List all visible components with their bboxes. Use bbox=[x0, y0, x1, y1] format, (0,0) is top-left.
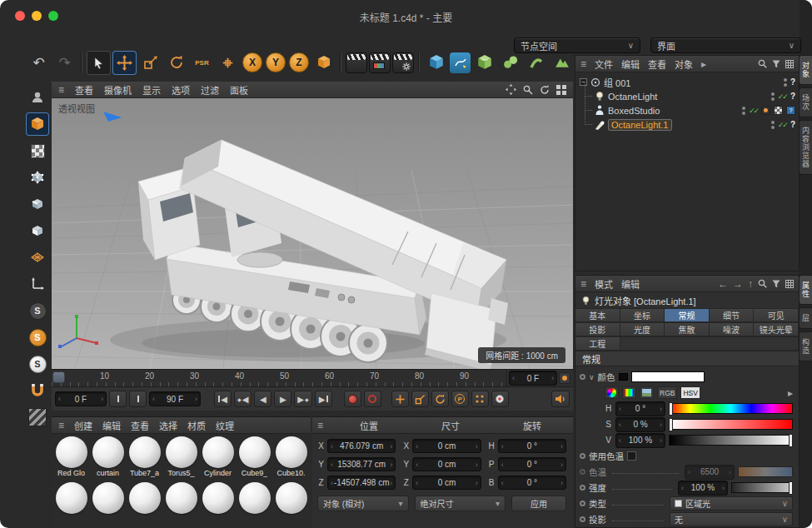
viewport-menu-camera[interactable]: 摄像机 bbox=[104, 83, 132, 97]
animation-dot-icon[interactable] bbox=[580, 501, 585, 506]
perspective-viewport[interactable]: 透视视图 bbox=[52, 98, 573, 369]
field-object-button[interactable] bbox=[550, 51, 574, 75]
slider-handle[interactable] bbox=[789, 434, 793, 447]
psr-tool-button[interactable]: PSR bbox=[190, 51, 214, 75]
start-frame-field[interactable]: ‹ 0 F › bbox=[55, 391, 107, 406]
render-view-button[interactable] bbox=[346, 52, 367, 73]
coordinate-system-button[interactable] bbox=[311, 51, 336, 75]
key-point-level-button[interactable] bbox=[471, 391, 489, 407]
lock-z-button[interactable]: Z bbox=[289, 52, 309, 72]
hsv-mode-button[interactable]: HSV bbox=[680, 386, 700, 399]
animation-dot-icon[interactable] bbox=[580, 453, 585, 459]
rot-h-field[interactable]: ‹0 °› bbox=[498, 439, 566, 453]
autokey-button[interactable] bbox=[559, 372, 570, 384]
visibility-dots[interactable] bbox=[784, 78, 787, 87]
pan-view-icon[interactable] bbox=[506, 84, 516, 95]
render-picture-viewer-button[interactable] bbox=[369, 52, 391, 73]
material-item[interactable] bbox=[200, 482, 236, 523]
model-mode-button[interactable] bbox=[26, 112, 49, 136]
object-row-light[interactable]: OctaneLight ✓✓? bbox=[575, 89, 799, 103]
object-name[interactable]: OctaneLight bbox=[608, 92, 657, 102]
temperature-field[interactable]: ‹6500› bbox=[685, 465, 735, 480]
autokeying-button[interactable] bbox=[364, 391, 381, 407]
section-general[interactable]: 常规 bbox=[575, 351, 799, 366]
point-mode-button[interactable] bbox=[26, 166, 49, 189]
s-field[interactable]: ‹0 %› bbox=[615, 417, 665, 432]
intensity-field[interactable]: ‹100 %› bbox=[678, 481, 728, 496]
material-item[interactable] bbox=[127, 482, 162, 523]
pos-y-field[interactable]: ‹15308.77 cm› bbox=[327, 457, 396, 471]
animation-dot-icon[interactable] bbox=[580, 516, 585, 522]
use-temperature-checkbox[interactable] bbox=[627, 451, 636, 461]
apply-button[interactable]: 应用 bbox=[511, 496, 566, 511]
pos-x-field[interactable]: ‹476.079 cm› bbox=[327, 439, 396, 453]
workplane-mode-button[interactable] bbox=[26, 246, 49, 269]
grid-icon[interactable] bbox=[785, 280, 794, 288]
filter-icon[interactable] bbox=[772, 280, 780, 288]
tab-details[interactable]: 细节 bbox=[710, 308, 755, 322]
make-editable-button[interactable] bbox=[26, 86, 49, 109]
side-tab-attributes[interactable]: 属性 bbox=[799, 275, 812, 305]
render-settings-button[interactable] bbox=[392, 52, 414, 73]
current-frame-marker[interactable] bbox=[52, 371, 65, 383]
spectrum-button[interactable] bbox=[622, 386, 636, 399]
hamburger-icon[interactable]: ≡ bbox=[58, 84, 64, 96]
object-row-group[interactable]: − 组 001 ? bbox=[575, 75, 799, 89]
viewport-menu-panel[interactable]: 面板 bbox=[230, 83, 248, 97]
collapse-caret-icon[interactable]: ∨ bbox=[589, 373, 595, 381]
om-menu-edit[interactable]: 编辑 bbox=[621, 57, 640, 71]
viewport-label[interactable]: 透视视图 bbox=[58, 102, 95, 115]
bend-deformer-button[interactable] bbox=[524, 51, 548, 75]
minimize-button[interactable] bbox=[32, 11, 42, 21]
material-menu-select[interactable]: 选择 bbox=[159, 419, 177, 432]
rgb-mode-button[interactable]: RGB bbox=[657, 386, 677, 399]
tab-visibility[interactable]: 可见 bbox=[754, 308, 799, 322]
search-icon[interactable] bbox=[758, 59, 767, 68]
key-parameter-button[interactable]: P bbox=[451, 391, 469, 407]
interface-select[interactable]: 界面 ∨ bbox=[650, 37, 801, 53]
material-item[interactable] bbox=[90, 482, 126, 523]
hamburger-icon[interactable]: ≡ bbox=[580, 278, 586, 290]
object-name[interactable]: 组 001 bbox=[604, 76, 630, 89]
goto-start-button[interactable]: ◀ bbox=[214, 391, 232, 407]
node-space-select[interactable]: 节点空间 ∨ bbox=[514, 37, 640, 53]
select-tool-button[interactable] bbox=[87, 51, 111, 75]
next-key-button[interactable]: ▶◆ bbox=[294, 391, 311, 407]
rot-p-field[interactable]: ‹0 °› bbox=[498, 457, 566, 471]
move-tool-button[interactable] bbox=[112, 51, 137, 75]
snap-mode-button[interactable]: S bbox=[26, 299, 49, 322]
scale-tool-button[interactable] bbox=[138, 51, 162, 75]
material-item[interactable]: Cube9_ bbox=[237, 436, 272, 477]
side-tab-structure[interactable]: 构造 bbox=[799, 331, 812, 361]
material-item[interactable]: Cube10. bbox=[273, 436, 309, 477]
up-icon[interactable]: ↑ bbox=[748, 278, 753, 290]
tab-caustics[interactable]: 焦散 bbox=[665, 322, 710, 336]
material-item[interactable]: Tube7_a bbox=[127, 436, 162, 477]
material-menu-edit[interactable]: 编辑 bbox=[102, 419, 121, 432]
material-item[interactable] bbox=[53, 482, 89, 523]
object-row-figure[interactable]: BoxedStudio ✓✓ ? bbox=[575, 103, 799, 117]
tab-coordinates[interactable]: 坐标 bbox=[620, 308, 665, 322]
toggle-views-icon[interactable] bbox=[556, 85, 566, 95]
end-frame-field[interactable]: ‹ 90 F › bbox=[149, 391, 201, 406]
previous-key-button[interactable]: ◆◀ bbox=[234, 391, 252, 407]
attr-menu-mode[interactable]: 模式 bbox=[595, 277, 613, 291]
tab-project[interactable]: 工程 bbox=[575, 336, 620, 351]
polygon-mode-button[interactable] bbox=[26, 219, 49, 242]
animation-dot-icon[interactable] bbox=[580, 374, 585, 380]
size-x-field[interactable]: ‹0 cm› bbox=[412, 439, 481, 453]
array-generator-button[interactable] bbox=[498, 51, 522, 75]
ruler-ticks[interactable]: 0 10 20 30 40 50 60 70 80 90 bbox=[52, 370, 506, 386]
om-menu-view[interactable]: 查看 bbox=[648, 57, 666, 71]
record-keyframe-button[interactable] bbox=[344, 391, 361, 407]
material-menu-create[interactable]: 创建 bbox=[74, 419, 92, 432]
value-slider[interactable] bbox=[669, 435, 793, 446]
enable-axis-button[interactable] bbox=[26, 272, 49, 296]
size-y-field[interactable]: ‹0 cm› bbox=[412, 457, 481, 471]
material-item[interactable]: Cylinder bbox=[200, 436, 236, 477]
search-icon[interactable] bbox=[758, 279, 767, 288]
snap-3d-button[interactable]: S bbox=[26, 326, 49, 349]
visibility-dots[interactable] bbox=[771, 92, 775, 101]
range-start-button[interactable] bbox=[109, 391, 127, 407]
material-item[interactable]: Torus5_ bbox=[163, 436, 199, 477]
